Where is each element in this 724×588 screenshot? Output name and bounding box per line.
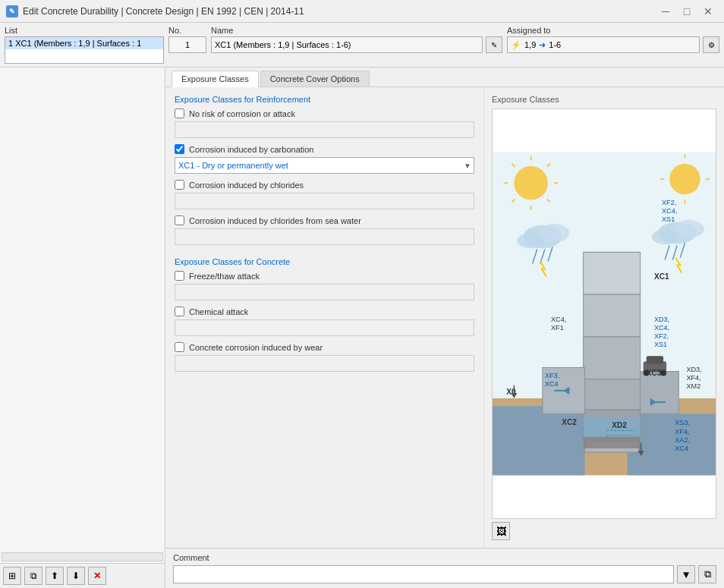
svg-text:XD3,: XD3, [654, 316, 669, 323]
no-risk-empty-field [175, 121, 474, 138]
svg-point-17 [517, 233, 544, 248]
list-item[interactable]: 1 XC1 (Members : 1,9 | Surfaces : 1 [5, 37, 163, 49]
freeze-checkbox[interactable] [175, 271, 184, 281]
carbonation-checkbox[interactable] [175, 144, 184, 154]
nav-panel: ⊞ ⧉ ⬆ ⬇ ✕ [0, 68, 165, 588]
nav-move-down-button[interactable]: ⬇ [67, 567, 85, 585]
chlorides-checkbox[interactable] [175, 180, 184, 190]
chlorides-sea-row: Corrosion induced by chlorides from sea … [175, 215, 474, 225]
nav-scroll[interactable] [0, 68, 165, 551]
maximize-button[interactable]: □ [677, 3, 697, 20]
assigned-label: Assigned to [507, 26, 719, 35]
window-title: Edit Concrete Durability | Concrete Desi… [23, 6, 304, 17]
nav-duplicate-button[interactable]: ⧉ [24, 567, 42, 585]
app-icon: ✎ [6, 5, 18, 17]
comment-copy-button[interactable]: ⧉ [698, 565, 716, 583]
chemical-label: Chemical attack [189, 307, 248, 316]
wear-label: Concrete corrosion induced by wear [189, 343, 323, 352]
bottom-area: Comment ▼ ⧉ [165, 548, 724, 588]
wear-empty-field [175, 355, 474, 372]
left-form: Exposure Classes for Reinforcement No ri… [165, 87, 484, 548]
tab-concrete-cover[interactable]: Concrete Cover Options [260, 71, 370, 86]
svg-rect-41 [647, 356, 663, 363]
comment-row: ▼ ⧉ [173, 565, 716, 583]
svg-text:XC4,: XC4, [654, 324, 669, 332]
members-icon: ⚡ [511, 40, 521, 50]
nav-delete-button[interactable]: ✕ [88, 567, 106, 585]
svg-rect-28 [493, 406, 585, 475]
nav-horizontal-scrollbar[interactable] [2, 552, 163, 561]
assign-button[interactable]: ⚙ [703, 36, 719, 53]
svg-text:XF4,: XF4, [675, 428, 689, 435]
nav-add-button[interactable]: ⊞ [3, 567, 21, 585]
svg-rect-32 [584, 294, 641, 337]
no-risk-row: No risk of corrosion or attack [175, 108, 474, 118]
no-input[interactable] [168, 36, 206, 53]
comment-label: Comment [173, 553, 716, 562]
surfaces-icon: ➜ [539, 40, 546, 50]
assigned-members: 1,9 [524, 40, 536, 49]
freeze-label: Freeze/thaw attack [189, 272, 260, 281]
wear-checkbox[interactable] [175, 342, 184, 352]
svg-text:XC3: XC3 [647, 369, 662, 377]
svg-text:XD3,: XD3, [686, 366, 701, 373]
chlorides-sea-checkbox[interactable] [175, 215, 184, 225]
svg-point-23 [652, 229, 679, 244]
diagram-export-button[interactable]: 🖼 [492, 522, 510, 540]
exposure-classes-diagram: XF2, XC4, XS1 XC1 XC4, XF1 XD3, XC4, XF2 [493, 109, 716, 518]
concrete-section-title: Exposure Classes for Concrete [175, 257, 474, 266]
svg-text:XD2: XD2 [612, 421, 627, 429]
nav-move-up-button[interactable]: ⬆ [46, 567, 64, 585]
main-content: Exposure Classes Concrete Cover Options … [165, 68, 724, 588]
list-label: List [5, 26, 164, 35]
assigned-surfaces: 1-6 [549, 40, 561, 49]
carbonation-dropdown[interactable]: XC1 - Dry or permanently wet XC2 - Wet, … [175, 157, 474, 174]
freeze-empty-field [175, 284, 474, 300]
carbonation-row: Corrosion induced by carbonation [175, 144, 474, 154]
chemical-checkbox[interactable] [175, 307, 184, 316]
chemical-empty-field [175, 319, 474, 336]
svg-text:XS3,: XS3, [675, 420, 690, 427]
carbonation-dropdown-wrapper: XC1 - Dry or permanently wet XC2 - Wet, … [175, 157, 474, 174]
title-bar: ✎ Edit Concrete Durability | Concrete De… [0, 0, 724, 23]
svg-text:XF2,: XF2, [662, 199, 676, 206]
tab-exposure-classes[interactable]: Exposure Classes [172, 71, 259, 87]
svg-rect-37 [584, 437, 641, 448]
svg-rect-39 [641, 372, 679, 414]
svg-text:XF3,: XF3, [545, 372, 559, 379]
chlorides-sea-empty-field [175, 228, 474, 245]
no-risk-checkbox[interactable] [175, 108, 184, 118]
svg-text:XF4,: XF4, [686, 374, 700, 382]
close-button[interactable]: ✕ [698, 3, 718, 20]
svg-text:XA2,: XA2, [675, 436, 690, 444]
svg-point-1 [514, 166, 548, 200]
chemical-row: Chemical attack [175, 307, 474, 316]
wear-row: Concrete corrosion induced by wear [175, 342, 474, 352]
list-box[interactable]: 1 XC1 (Members : 1,9 | Surfaces : 1 [5, 36, 164, 64]
chlorides-row: Corrosion induced by chlorides [175, 180, 474, 190]
name-input[interactable] [211, 36, 483, 53]
svg-text:XM2: XM2 [686, 382, 700, 390]
svg-text:XS1: XS1 [654, 341, 667, 348]
comment-dropdown-button[interactable]: ▼ [677, 565, 695, 583]
svg-text:XC1: XC1 [654, 272, 669, 281]
no-panel: No. [168, 26, 206, 53]
main-container: List 1 XC1 (Members : 1,9 | Surfaces : 1… [0, 23, 724, 588]
comment-input[interactable] [173, 565, 674, 583]
svg-rect-34 [584, 379, 641, 410]
svg-text:XF1: XF1 [551, 324, 564, 332]
title-bar-left: ✎ Edit Concrete Durability | Concrete De… [6, 5, 304, 17]
name-edit-button[interactable]: ✎ [486, 36, 502, 53]
svg-text:XC2: XC2 [562, 419, 577, 427]
freeze-row: Freeze/thaw attack [175, 271, 474, 281]
minimize-button[interactable]: ─ [656, 3, 675, 20]
assigned-panel: Assigned to ⚡ 1,9 ➜ 1-6 ⚙ [507, 26, 719, 53]
list-panel: List 1 XC1 (Members : 1,9 | Surfaces : 1 [5, 26, 164, 64]
svg-text:XC4,: XC4, [551, 316, 566, 323]
tabs-bar: Exposure Classes Concrete Cover Options [165, 68, 724, 87]
diagram-label: Exposure Classes [492, 95, 716, 104]
svg-text:XC4: XC4 [675, 445, 688, 452]
content-area: ⊞ ⧉ ⬆ ⬇ ✕ Exposure Classes Concrete Cove… [0, 68, 724, 588]
no-label: No. [168, 26, 206, 35]
svg-text:XC4,: XC4, [662, 207, 677, 215]
